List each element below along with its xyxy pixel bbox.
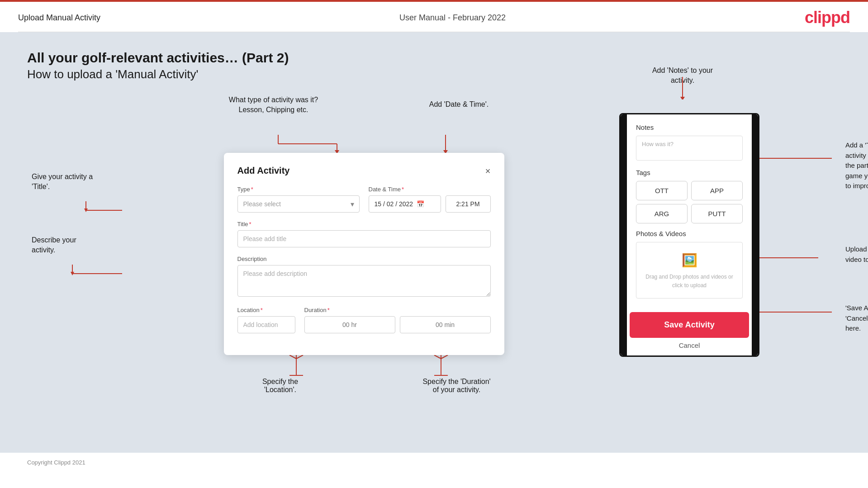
notes-section-title: Notes xyxy=(636,123,743,131)
annotation-location: Specify the 'Location'. xyxy=(219,378,310,394)
photos-section: Photos & Videos 🖼️ Drag and Drop photos … xyxy=(636,230,743,298)
svg-line-9 xyxy=(296,355,303,359)
tag-arg[interactable]: ARG xyxy=(636,204,688,223)
top-bar: Upload Manual Activity User Manual - Feb… xyxy=(0,0,868,32)
notes-section: Notes xyxy=(636,123,743,162)
annotation-tag: Add a 'Tag' to youractivity to link it t… xyxy=(845,140,868,191)
type-group: Type* Please select ▾ xyxy=(237,186,360,213)
photos-upload-area[interactable]: 🖼️ Drag and Drop photos and videos orcli… xyxy=(636,242,743,298)
duration-inputs xyxy=(304,316,491,333)
calendar-icon: 📅 xyxy=(417,200,424,208)
title-label: Title* xyxy=(237,221,491,227)
annotation-notes: Add 'Notes' to youractivity. xyxy=(637,66,728,86)
type-datetime-row: Type* Please select ▾ Date & Time* xyxy=(237,186,491,213)
save-activity-button[interactable]: Save Activity xyxy=(630,312,749,338)
copyright: Copyright Clippd 2021 xyxy=(0,453,868,472)
datetime-label: Date & Time* xyxy=(369,186,491,193)
dialog-header: Add Activity × xyxy=(237,166,491,176)
tag-putt[interactable]: PUTT xyxy=(691,204,743,223)
tags-section-title: Tags xyxy=(636,169,743,176)
photos-hint: Drag and Drop photos and videos orclick … xyxy=(645,273,734,290)
svg-line-13 xyxy=(441,355,448,359)
duration-group: Duration* xyxy=(304,307,491,333)
annotation-datetime: Add 'Date & Time'. xyxy=(418,99,500,109)
type-select-wrapper: Please select ▾ xyxy=(237,195,360,213)
annotation-give-title: Give your activity a'Title'. xyxy=(32,172,93,192)
duration-minutes-input[interactable] xyxy=(400,316,491,333)
location-label: Location* xyxy=(237,307,295,313)
bottom-annotations: Specify the 'Location'. Specify the 'Dur… xyxy=(219,378,509,394)
description-textarea[interactable] xyxy=(237,265,491,297)
right-area: Add 'Notes' to youractivity. Add a 'Tag'… xyxy=(615,95,841,394)
date-input[interactable]: 15 / 02 / 2022 📅 xyxy=(369,195,441,213)
tags-section: Tags OTT APP ARG PUTT xyxy=(636,169,743,223)
tag-ott[interactable]: OTT xyxy=(636,181,688,200)
svg-marker-21 xyxy=(680,97,685,99)
location-input[interactable] xyxy=(237,316,295,333)
datetime-inputs: 15 / 02 / 2022 📅 2:21 PM xyxy=(369,195,491,213)
title-input[interactable] xyxy=(237,230,491,247)
annotation-what-type: What type of activity was it?Lesson, Chi… xyxy=(224,95,323,114)
annotation-save-cancel: 'Save Activity' or'Cancel' your changesh… xyxy=(845,303,868,334)
phone-panel: Notes Tags OTT APP ARG PUTT xyxy=(619,113,759,357)
notes-textarea[interactable] xyxy=(636,136,743,161)
type-select[interactable]: Please select xyxy=(237,195,360,213)
svg-line-8 xyxy=(289,355,296,359)
duration-label: Duration* xyxy=(304,307,491,313)
top-arrows-svg xyxy=(219,135,509,153)
main-content: All your golf-relevant activities… (Part… xyxy=(0,32,868,453)
time-input[interactable]: 2:21 PM xyxy=(446,195,491,213)
svg-line-12 xyxy=(434,355,441,359)
add-activity-dialog: Add Activity × Type* Please select ▾ xyxy=(224,153,504,355)
page-title: Upload Manual Activity xyxy=(18,13,100,23)
duration-hours-input[interactable] xyxy=(304,316,395,333)
description-group: Description xyxy=(237,256,491,298)
annotation-duration: Specify the 'Duration'of your activity. xyxy=(405,378,509,394)
datetime-group: Date & Time* 15 / 02 / 2022 📅 2:21 PM xyxy=(369,186,491,213)
location-group: Location* xyxy=(237,307,295,333)
cancel-link[interactable]: Cancel xyxy=(621,341,758,349)
heading-main: All your golf-relevant activities… (Part… xyxy=(27,50,841,66)
phone-panel-inner: Notes Tags OTT APP ARG PUTT xyxy=(627,114,752,306)
tags-grid: OTT APP ARG PUTT xyxy=(636,181,743,223)
logo: clippd xyxy=(805,8,850,27)
location-duration-row: Location* Duration* xyxy=(237,307,491,333)
title-group: Title* xyxy=(237,221,491,247)
annotation-upload-photo: Upload a photo orvideo to the activity. xyxy=(845,244,868,265)
bottom-arrows-svg xyxy=(219,355,509,378)
tag-app[interactable]: APP xyxy=(691,181,743,200)
type-label: Type* xyxy=(237,186,360,193)
photo-icon: 🖼️ xyxy=(645,251,734,271)
dialog-title: Add Activity xyxy=(237,166,290,176)
manual-subtitle: User Manual - February 2022 xyxy=(399,13,506,23)
description-label: Description xyxy=(237,256,491,262)
annotation-describe: Describe youractivity. xyxy=(32,235,76,256)
close-button[interactable]: × xyxy=(485,166,491,175)
photos-section-title: Photos & Videos xyxy=(636,230,743,237)
